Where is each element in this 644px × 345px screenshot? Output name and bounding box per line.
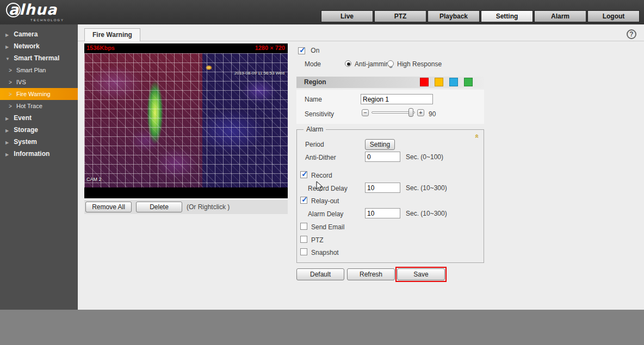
nav-alarm-button[interactable]: Alarm — [534, 10, 586, 22]
send-email-label: Send Email — [311, 223, 344, 231]
sidebar-item-label: Event — [14, 114, 32, 122]
record-delay-label: Record Delay — [308, 185, 348, 192]
nav-logout-button[interactable]: Logout — [587, 10, 640, 22]
check-icon: ✓ — [301, 170, 308, 178]
default-button[interactable]: Default — [296, 268, 344, 280]
send-email-checkbox[interactable]: ✓ — [300, 223, 307, 230]
video-letterbox — [84, 187, 288, 198]
on-row: ✓ On — [298, 47, 319, 54]
refresh-button[interactable]: Refresh — [347, 268, 395, 280]
sub-arrow-icon: > — [9, 65, 15, 77]
nav-live-button[interactable]: Live — [321, 10, 373, 22]
sidebar-item-label: Storage — [14, 126, 38, 134]
sidebar-item-smart-plan[interactable]: > Smart Plan — [0, 64, 78, 76]
alarm-group-title: Alarm — [304, 126, 326, 133]
region-color-red-swatch[interactable] — [420, 78, 429, 86]
high-response-label: High Response — [397, 60, 442, 68]
sidebar-item-network[interactable]: ▶ Network — [0, 40, 78, 52]
mouse-cursor-icon — [316, 181, 324, 192]
dahua-logo: alhua TECHNOLOGY — [9, 1, 57, 18]
sensitivity-plus-button[interactable]: + — [417, 109, 424, 116]
sidebar-item-label: IVS — [16, 79, 26, 85]
region-color-green-swatch[interactable] — [464, 78, 473, 86]
alarm-delay-input[interactable] — [365, 208, 400, 218]
sidebar-item-fire-warning[interactable]: > Fire Warning — [0, 88, 78, 100]
delete-button[interactable]: Delete — [136, 202, 182, 212]
ptz-checkbox[interactable]: ✓ — [300, 236, 307, 243]
settings-sidebar: ▶ Camera ▶ Network ▼ Smart Thermal > Sma… — [0, 24, 78, 310]
region-section-header: Region — [296, 77, 484, 88]
region-edit-toolbar: Remove All Delete (Or Rightclick ) — [84, 200, 288, 214]
sidebar-item-smart-thermal[interactable]: ▼ Smart Thermal — [0, 52, 78, 64]
snapshot-checkbox[interactable]: ✓ — [300, 248, 307, 255]
alarm-delay-unit: Sec. (10~300) — [406, 210, 447, 217]
period-label: Period — [305, 141, 324, 148]
sidebar-item-label: Smart Thermal — [14, 54, 59, 62]
sensitivity-minus-button[interactable]: − — [362, 109, 369, 116]
save-button[interactable]: Save — [397, 268, 445, 280]
thermal-image[interactable]: 2019-08-09 11:56:53 Wed CAM 2 — [84, 53, 288, 187]
resolution-overlay: 1280 × 720 — [255, 45, 285, 51]
check-icon: ✓ — [301, 195, 308, 204]
sidebar-item-label: System — [14, 138, 37, 146]
video-preview[interactable]: 1536Kbps 1280 × 720 2019-08-09 11:56:53 … — [84, 43, 288, 198]
collapsed-arrow-icon: ▶ — [5, 125, 12, 137]
region-properties-box: Name Sensitivity − + 90 — [296, 90, 484, 124]
mode-label: Mode — [305, 60, 321, 68]
anti-dither-input[interactable] — [365, 152, 400, 162]
on-checkbox[interactable]: ✓ — [298, 47, 305, 54]
collapsed-arrow-icon: ▶ — [5, 113, 12, 125]
nav-setting-button[interactable]: Setting — [481, 10, 533, 22]
dahua-logo-subtext: TECHNOLOGY — [30, 18, 64, 22]
sidebar-item-storage[interactable]: ▶ Storage — [0, 124, 78, 136]
sensitivity-value: 90 — [429, 110, 436, 118]
sidebar-item-camera[interactable]: ▶ Camera — [0, 28, 78, 40]
relay-out-label: Relay-out — [311, 197, 339, 205]
expanded-arrow-icon: ▼ — [5, 53, 12, 65]
timestamp-overlay: 2019-08-09 11:56:53 Wed — [234, 71, 284, 76]
anti-jamming-radio[interactable] — [345, 60, 351, 67]
region-color-blue-swatch[interactable] — [449, 78, 458, 86]
main-content: Fire Warning ? 1536Kbps 1280 × 720 2019-… — [78, 24, 644, 310]
on-label: On — [311, 47, 319, 54]
record-delay-unit: Sec. (10~300) — [406, 184, 447, 192]
sensitivity-slider-handle[interactable] — [408, 108, 413, 117]
anti-dither-unit: Sec. (0~100) — [406, 153, 443, 161]
dahua-logo-text: alhua — [9, 1, 57, 18]
help-icon[interactable]: ? — [627, 29, 636, 39]
sidebar-item-event[interactable]: ▶ Event — [0, 112, 78, 124]
sub-arrow-icon: > — [9, 89, 15, 101]
alarm-delay-label: Alarm Delay — [308, 210, 343, 218]
alarm-group-box: Alarm « Period Setting Anti-Dither Sec. … — [296, 129, 484, 263]
sidebar-item-system[interactable]: ▶ System — [0, 136, 78, 148]
sidebar-item-label: Network — [14, 42, 39, 50]
collapse-panel-icon[interactable]: « — [473, 134, 481, 138]
record-delay-input[interactable] — [365, 183, 400, 193]
sidebar-item-label: Information — [14, 150, 49, 158]
sub-arrow-icon: > — [9, 101, 15, 112]
check-icon: ✓ — [299, 46, 306, 54]
period-setting-button[interactable]: Setting — [365, 139, 395, 150]
remove-all-button[interactable]: Remove All — [85, 202, 132, 212]
tab-fire-warning[interactable]: Fire Warning — [84, 28, 140, 41]
sidebar-item-ivs[interactable]: > IVS — [0, 76, 78, 88]
sidebar-item-label: Camera — [14, 30, 38, 38]
sidebar-item-hot-trace[interactable]: > Hot Trace — [0, 100, 78, 112]
sidebar-item-information[interactable]: ▶ Information — [0, 148, 78, 160]
record-label: Record — [311, 172, 332, 179]
tab-divider — [78, 41, 644, 41]
record-checkbox[interactable]: ✓ — [300, 171, 307, 178]
dahua-web-app: alhua TECHNOLOGY Live PTZ Playback Setti… — [0, 0, 644, 345]
relay-out-checkbox[interactable]: ✓ — [300, 197, 307, 204]
region-name-input[interactable] — [361, 94, 433, 104]
nav-playback-button[interactable]: Playback — [428, 10, 480, 22]
name-label: Name — [305, 96, 322, 103]
sub-arrow-icon: > — [9, 77, 15, 89]
ptz-label: PTZ — [311, 236, 324, 244]
sidebar-item-label: Fire Warning — [16, 91, 51, 97]
bitrate-overlay: 1536Kbps — [86, 45, 115, 51]
top-nav: Live PTZ Playback Setting Alarm Logout — [321, 10, 640, 22]
region-color-yellow-swatch[interactable] — [435, 78, 443, 86]
high-response-radio[interactable] — [387, 60, 394, 67]
nav-ptz-button[interactable]: PTZ — [374, 10, 426, 22]
